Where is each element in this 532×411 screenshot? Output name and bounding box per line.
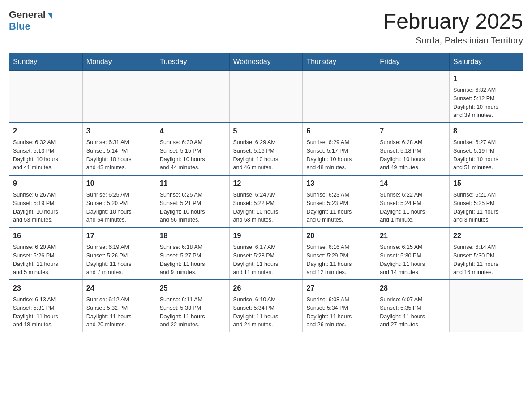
day-number: 1 bbox=[453, 73, 519, 84]
day-info: Sunrise: 6:24 AM Sunset: 5:22 PM Dayligh… bbox=[233, 191, 299, 224]
day-info: Sunrise: 6:29 AM Sunset: 5:17 PM Dayligh… bbox=[306, 138, 372, 172]
day-info: Sunrise: 6:15 AM Sunset: 5:30 PM Dayligh… bbox=[380, 243, 446, 277]
day-number: 4 bbox=[160, 126, 226, 137]
calendar-day-cell: 10Sunrise: 6:25 AM Sunset: 5:20 PM Dayli… bbox=[82, 175, 156, 227]
calendar-day-cell bbox=[376, 71, 450, 123]
logo: General Blue bbox=[9, 9, 52, 32]
calendar-day-cell: 4Sunrise: 6:30 AM Sunset: 5:15 PM Daylig… bbox=[156, 123, 229, 175]
day-info: Sunrise: 6:21 AM Sunset: 5:25 PM Dayligh… bbox=[453, 191, 519, 224]
calendar-day-cell bbox=[82, 71, 156, 123]
day-info: Sunrise: 6:19 AM Sunset: 5:26 PM Dayligh… bbox=[86, 243, 152, 277]
day-info: Sunrise: 6:22 AM Sunset: 5:24 PM Dayligh… bbox=[380, 191, 446, 224]
header-tuesday: Tuesday bbox=[156, 53, 229, 71]
day-number: 19 bbox=[233, 231, 299, 241]
day-number: 20 bbox=[306, 231, 372, 241]
header-sunday: Sunday bbox=[9, 53, 83, 71]
day-info: Sunrise: 6:32 AM Sunset: 5:13 PM Dayligh… bbox=[13, 138, 79, 172]
calendar-week-row: 1Sunrise: 6:32 AM Sunset: 5:12 PM Daylig… bbox=[9, 71, 523, 123]
calendar-day-cell bbox=[303, 71, 376, 123]
calendar-week-row: 23Sunrise: 6:13 AM Sunset: 5:31 PM Dayli… bbox=[9, 280, 523, 332]
calendar-week-row: 2Sunrise: 6:32 AM Sunset: 5:13 PM Daylig… bbox=[9, 123, 523, 175]
day-info: Sunrise: 6:14 AM Sunset: 5:30 PM Dayligh… bbox=[453, 243, 519, 277]
header-friday: Friday bbox=[376, 53, 450, 71]
day-number: 5 bbox=[233, 126, 299, 137]
logo-top: General bbox=[9, 9, 52, 21]
day-info: Sunrise: 6:26 AM Sunset: 5:19 PM Dayligh… bbox=[13, 191, 79, 224]
day-number: 14 bbox=[380, 178, 446, 189]
day-info: Sunrise: 6:12 AM Sunset: 5:32 PM Dayligh… bbox=[86, 295, 152, 329]
calendar-day-cell bbox=[9, 71, 83, 123]
day-number: 27 bbox=[306, 283, 372, 294]
calendar-day-cell: 22Sunrise: 6:14 AM Sunset: 5:30 PM Dayli… bbox=[450, 227, 523, 280]
calendar-day-cell: 16Sunrise: 6:20 AM Sunset: 5:26 PM Dayli… bbox=[9, 227, 83, 280]
calendar-day-cell: 27Sunrise: 6:08 AM Sunset: 5:34 PM Dayli… bbox=[303, 280, 376, 332]
calendar-day-cell: 11Sunrise: 6:25 AM Sunset: 5:21 PM Dayli… bbox=[156, 175, 229, 227]
day-number: 11 bbox=[160, 178, 226, 189]
day-info: Sunrise: 6:27 AM Sunset: 5:19 PM Dayligh… bbox=[453, 138, 519, 172]
day-number: 15 bbox=[453, 178, 519, 189]
header-monday: Monday bbox=[82, 53, 156, 71]
calendar-day-cell: 2Sunrise: 6:32 AM Sunset: 5:13 PM Daylig… bbox=[9, 123, 83, 175]
calendar-day-cell: 19Sunrise: 6:17 AM Sunset: 5:28 PM Dayli… bbox=[229, 227, 303, 280]
calendar-day-cell: 13Sunrise: 6:23 AM Sunset: 5:23 PM Dayli… bbox=[303, 175, 376, 227]
day-info: Sunrise: 6:31 AM Sunset: 5:14 PM Dayligh… bbox=[86, 138, 152, 172]
calendar-day-cell: 8Sunrise: 6:27 AM Sunset: 5:19 PM Daylig… bbox=[450, 123, 523, 175]
day-info: Sunrise: 6:11 AM Sunset: 5:33 PM Dayligh… bbox=[160, 295, 226, 329]
calendar-day-cell: 26Sunrise: 6:10 AM Sunset: 5:34 PM Dayli… bbox=[229, 280, 303, 332]
day-number: 21 bbox=[380, 231, 446, 241]
page-header: General Blue February 2025 Surda, Palest… bbox=[9, 9, 523, 46]
day-info: Sunrise: 6:28 AM Sunset: 5:18 PM Dayligh… bbox=[380, 138, 446, 172]
logo-blue-text: Blue bbox=[9, 21, 30, 32]
day-number: 3 bbox=[86, 126, 152, 137]
day-number: 2 bbox=[13, 126, 79, 137]
calendar-day-cell: 20Sunrise: 6:16 AM Sunset: 5:29 PM Dayli… bbox=[303, 227, 376, 280]
calendar-day-cell: 6Sunrise: 6:29 AM Sunset: 5:17 PM Daylig… bbox=[303, 123, 376, 175]
day-info: Sunrise: 6:25 AM Sunset: 5:20 PM Dayligh… bbox=[86, 191, 152, 224]
calendar-day-cell bbox=[450, 280, 523, 332]
day-info: Sunrise: 6:17 AM Sunset: 5:28 PM Dayligh… bbox=[233, 243, 299, 277]
day-info: Sunrise: 6:10 AM Sunset: 5:34 PM Dayligh… bbox=[233, 295, 299, 329]
day-number: 10 bbox=[86, 178, 152, 189]
day-info: Sunrise: 6:08 AM Sunset: 5:34 PM Dayligh… bbox=[306, 295, 372, 329]
header-wednesday: Wednesday bbox=[229, 53, 303, 71]
day-info: Sunrise: 6:16 AM Sunset: 5:29 PM Dayligh… bbox=[306, 243, 372, 277]
day-info: Sunrise: 6:07 AM Sunset: 5:35 PM Dayligh… bbox=[380, 295, 446, 329]
day-number: 18 bbox=[160, 231, 226, 241]
day-info: Sunrise: 6:13 AM Sunset: 5:31 PM Dayligh… bbox=[13, 295, 79, 329]
day-info: Sunrise: 6:32 AM Sunset: 5:12 PM Dayligh… bbox=[453, 86, 519, 120]
calendar-day-cell: 28Sunrise: 6:07 AM Sunset: 5:35 PM Dayli… bbox=[376, 280, 450, 332]
calendar-day-cell: 5Sunrise: 6:29 AM Sunset: 5:16 PM Daylig… bbox=[229, 123, 303, 175]
day-number: 8 bbox=[453, 126, 519, 137]
calendar-day-cell: 23Sunrise: 6:13 AM Sunset: 5:31 PM Dayli… bbox=[9, 280, 83, 332]
day-info: Sunrise: 6:20 AM Sunset: 5:26 PM Dayligh… bbox=[13, 243, 79, 277]
day-number: 25 bbox=[160, 283, 226, 294]
day-info: Sunrise: 6:23 AM Sunset: 5:23 PM Dayligh… bbox=[306, 191, 372, 224]
day-number: 28 bbox=[380, 283, 446, 294]
header-saturday: Saturday bbox=[450, 53, 523, 71]
calendar-day-cell bbox=[229, 71, 303, 123]
calendar-day-cell: 15Sunrise: 6:21 AM Sunset: 5:25 PM Dayli… bbox=[450, 175, 523, 227]
day-number: 13 bbox=[306, 178, 372, 189]
calendar-day-cell: 7Sunrise: 6:28 AM Sunset: 5:18 PM Daylig… bbox=[376, 123, 450, 175]
day-number: 17 bbox=[86, 231, 152, 241]
day-number: 22 bbox=[453, 231, 519, 241]
day-info: Sunrise: 6:29 AM Sunset: 5:16 PM Dayligh… bbox=[233, 138, 299, 172]
calendar-day-cell: 12Sunrise: 6:24 AM Sunset: 5:22 PM Dayli… bbox=[229, 175, 303, 227]
calendar-header: SundayMondayTuesdayWednesdayThursdayFrid… bbox=[9, 53, 523, 71]
day-number: 7 bbox=[380, 126, 446, 137]
title-block: February 2025 Surda, Palestinian Territo… bbox=[383, 9, 523, 46]
calendar-body: 1Sunrise: 6:32 AM Sunset: 5:12 PM Daylig… bbox=[9, 71, 523, 332]
logo-general-text: General bbox=[9, 9, 46, 21]
day-number: 12 bbox=[233, 178, 299, 189]
calendar-day-cell: 25Sunrise: 6:11 AM Sunset: 5:33 PM Dayli… bbox=[156, 280, 229, 332]
calendar-day-cell: 24Sunrise: 6:12 AM Sunset: 5:32 PM Dayli… bbox=[82, 280, 156, 332]
calendar-day-cell: 17Sunrise: 6:19 AM Sunset: 5:26 PM Dayli… bbox=[82, 227, 156, 280]
day-number: 23 bbox=[13, 283, 79, 294]
day-number: 9 bbox=[13, 178, 79, 189]
header-thursday: Thursday bbox=[303, 53, 376, 71]
calendar-day-cell: 9Sunrise: 6:26 AM Sunset: 5:19 PM Daylig… bbox=[9, 175, 83, 227]
header-row: SundayMondayTuesdayWednesdayThursdayFrid… bbox=[9, 53, 523, 71]
day-number: 26 bbox=[233, 283, 299, 294]
calendar-day-cell: 14Sunrise: 6:22 AM Sunset: 5:24 PM Dayli… bbox=[376, 175, 450, 227]
day-number: 6 bbox=[306, 126, 372, 137]
